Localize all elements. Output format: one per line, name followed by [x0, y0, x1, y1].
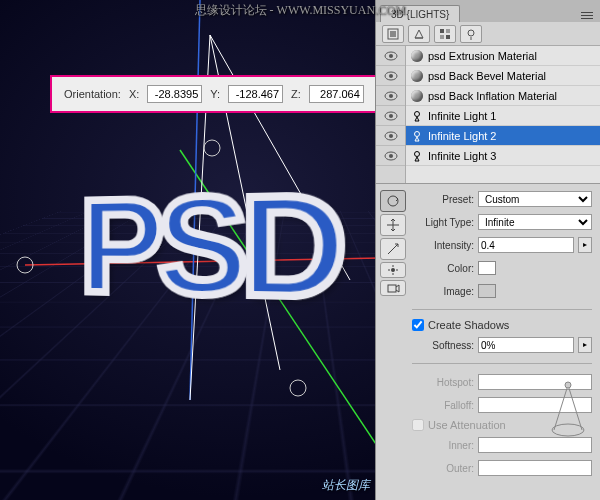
attenuation-checkbox	[412, 419, 424, 431]
inner-label: Inner:	[412, 440, 474, 451]
outer-label: Outer:	[412, 463, 474, 474]
lighttype-label: Light Type:	[412, 217, 474, 228]
light-icon	[410, 129, 424, 143]
scene-item-2[interactable]: psd Back Inflation Material	[406, 86, 600, 106]
divider	[412, 363, 592, 364]
orientation-z-input[interactable]	[309, 85, 364, 103]
eye-toggle[interactable]	[376, 66, 405, 86]
filter-material-button[interactable]	[434, 25, 456, 43]
item-label: psd Extrusion Material	[428, 50, 537, 62]
preset-select[interactable]: Custom	[478, 191, 592, 207]
svg-rect-14	[446, 35, 450, 39]
scene-item-5[interactable]: Infinite Light 3	[406, 146, 600, 166]
svg-point-31	[415, 151, 420, 156]
softness-slider-button[interactable]: ▸	[578, 337, 592, 353]
create-shadows-label: Create Shadows	[428, 319, 509, 331]
svg-point-28	[389, 154, 393, 158]
3d-panel: 3D {LIGHTS} psd Extrusion Materialpsd Ba…	[375, 0, 600, 500]
eye-toggle[interactable]	[376, 126, 405, 146]
item-label: psd Back Bevel Material	[428, 70, 546, 82]
scene-item-4[interactable]: Infinite Light 2	[406, 126, 600, 146]
eye-toggle[interactable]	[376, 46, 405, 66]
intensity-input[interactable]	[478, 237, 574, 253]
move-to-view-tool[interactable]	[380, 280, 406, 296]
panel-tab-bar: 3D {LIGHTS}	[376, 0, 600, 22]
scene-item-0[interactable]: psd Extrusion Material	[406, 46, 600, 66]
filter-scene-button[interactable]	[382, 25, 404, 43]
material-icon	[439, 28, 451, 40]
outer-input	[478, 460, 592, 476]
eye-icon	[384, 71, 398, 81]
light-properties: Preset: Custom Light Type: Infinite Inte…	[376, 184, 600, 500]
preset-label: Preset:	[412, 194, 474, 205]
color-swatch[interactable]	[478, 261, 496, 275]
scene-item-3[interactable]: Infinite Light 1	[406, 106, 600, 126]
svg-point-35	[552, 424, 584, 436]
slide-light-tool[interactable]	[380, 238, 406, 260]
image-picker[interactable]	[478, 284, 496, 298]
create-shadows-row: Create Shadows	[412, 319, 592, 331]
svg-rect-12	[446, 29, 450, 33]
light-icon	[410, 149, 424, 163]
color-label: Color:	[412, 263, 474, 274]
visibility-column	[376, 46, 406, 183]
eye-icon	[384, 91, 398, 101]
item-label: Infinite Light 2	[428, 130, 497, 142]
orientation-y-input[interactable]	[228, 85, 283, 103]
scene-item-1[interactable]: psd Back Bevel Material	[406, 66, 600, 86]
create-shadows-checkbox[interactable]	[412, 319, 424, 331]
pan-light-tool[interactable]	[380, 214, 406, 236]
intensity-slider-button[interactable]: ▸	[578, 237, 592, 253]
svg-point-18	[389, 54, 393, 58]
spotlight-cone-icon	[548, 380, 588, 440]
orientation-x-input[interactable]	[147, 85, 202, 103]
material-icon	[410, 69, 424, 83]
intensity-label: Intensity:	[412, 240, 474, 251]
svg-point-26	[389, 134, 393, 138]
tab-3d-lights[interactable]: 3D {LIGHTS}	[380, 5, 460, 22]
point-at-origin-tool[interactable]	[380, 262, 406, 278]
panel-menu-button[interactable]	[578, 8, 596, 22]
scene-tree[interactable]: psd Extrusion Materialpsd Back Bevel Mat…	[406, 46, 600, 183]
light-icon	[465, 28, 477, 40]
material-icon	[410, 89, 424, 103]
svg-point-36	[565, 382, 571, 388]
orbit-icon	[385, 193, 401, 209]
svg-rect-10	[390, 31, 396, 37]
svg-point-24	[389, 114, 393, 118]
item-label: Infinite Light 3	[428, 150, 497, 162]
light-icon	[410, 109, 424, 123]
target-icon	[386, 264, 400, 276]
y-label: Y:	[210, 88, 220, 100]
lighttype-select[interactable]: Infinite	[478, 214, 592, 230]
rotate-light-tool[interactable]	[380, 190, 406, 212]
camera-icon	[386, 282, 400, 294]
eye-icon	[384, 131, 398, 141]
light-form: Preset: Custom Light Type: Infinite Inte…	[412, 190, 596, 494]
z-label: Z:	[291, 88, 301, 100]
mesh-icon	[413, 28, 425, 40]
3d-text-object[interactable]: PSD	[80, 160, 339, 331]
slide-icon	[385, 241, 401, 257]
light-tool-column	[380, 190, 408, 494]
attenuation-label: Use Attenuation	[428, 419, 506, 431]
eye-toggle[interactable]	[376, 86, 405, 106]
svg-point-30	[415, 131, 420, 136]
svg-point-8	[290, 380, 306, 396]
scene-icon	[387, 28, 399, 40]
item-label: Infinite Light 1	[428, 110, 497, 122]
orientation-label: Orientation:	[64, 88, 121, 100]
softness-input[interactable]	[478, 337, 574, 353]
svg-point-33	[391, 268, 395, 272]
material-icon	[410, 49, 424, 63]
eye-icon	[384, 111, 398, 121]
filter-mesh-button[interactable]	[408, 25, 430, 43]
eye-toggle[interactable]	[376, 146, 405, 166]
eye-icon	[384, 151, 398, 161]
pan-icon	[385, 217, 401, 233]
svg-point-29	[415, 111, 420, 116]
orientation-readout: Orientation: X: Y: Z:	[50, 75, 378, 113]
svg-rect-11	[440, 29, 444, 33]
filter-light-button[interactable]	[460, 25, 482, 43]
eye-toggle[interactable]	[376, 106, 405, 126]
